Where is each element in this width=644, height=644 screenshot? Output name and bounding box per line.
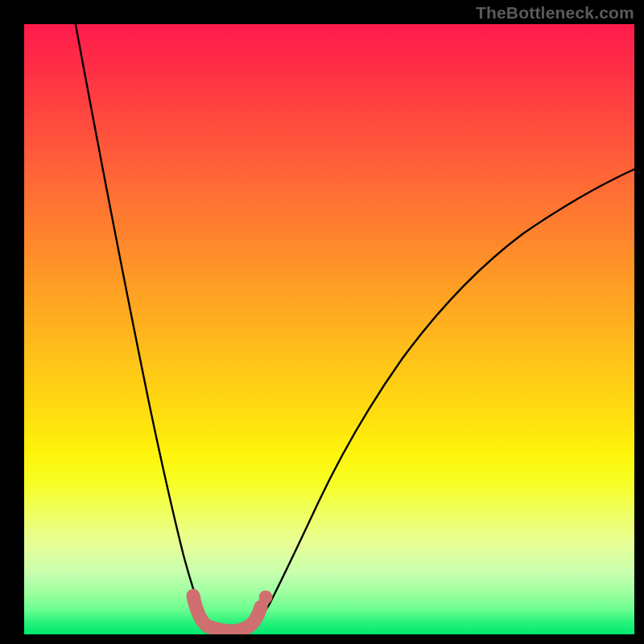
chart-frame: TheBottleneck.com bbox=[0, 0, 644, 644]
plot-area bbox=[24, 24, 634, 634]
trough-marker-band bbox=[193, 596, 261, 631]
watermark: TheBottleneck.com bbox=[476, 3, 634, 23]
curve-left-branch bbox=[74, 24, 213, 628]
curve-right-branch bbox=[250, 165, 634, 628]
curve-layer bbox=[24, 24, 634, 634]
trough-marker-dot bbox=[259, 591, 273, 605]
